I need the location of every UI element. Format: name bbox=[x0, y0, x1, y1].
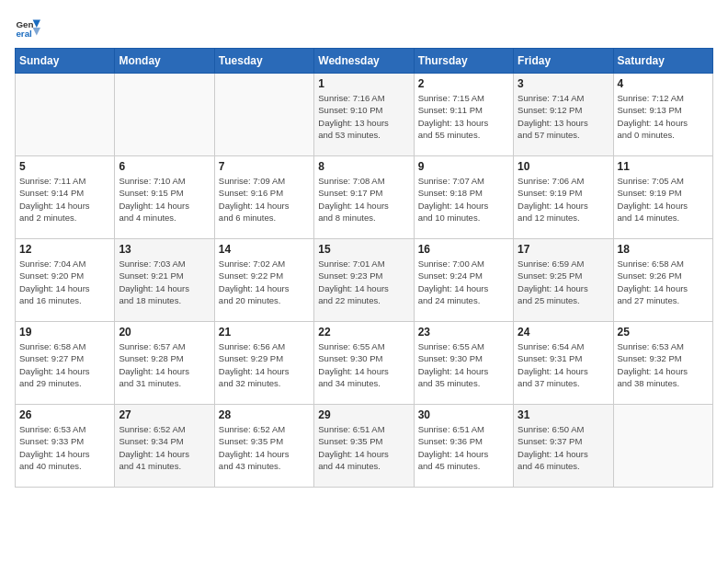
day-info: Sunrise: 6:53 AM Sunset: 9:33 PM Dayligh… bbox=[19, 423, 110, 472]
calendar-cell: 19Sunrise: 6:58 AM Sunset: 9:27 PM Dayli… bbox=[16, 322, 115, 405]
day-number: 27 bbox=[119, 408, 210, 421]
logo-icon: Gen eral bbox=[15, 15, 40, 40]
calendar-cell: 25Sunrise: 6:53 AM Sunset: 9:32 PM Dayli… bbox=[613, 322, 712, 405]
calendar-cell: 22Sunrise: 6:55 AM Sunset: 9:30 PM Dayli… bbox=[314, 322, 414, 405]
day-number: 1 bbox=[318, 77, 409, 90]
day-number: 17 bbox=[518, 243, 609, 256]
day-number: 22 bbox=[318, 326, 409, 339]
calendar-week-row: 5Sunrise: 7:11 AM Sunset: 9:14 PM Daylig… bbox=[16, 156, 713, 239]
calendar-cell: 16Sunrise: 7:00 AM Sunset: 9:24 PM Dayli… bbox=[414, 239, 513, 322]
calendar-cell: 17Sunrise: 6:59 AM Sunset: 9:25 PM Dayli… bbox=[514, 239, 613, 322]
calendar-table: SundayMondayTuesdayWednesdayThursdayFrid… bbox=[15, 48, 713, 488]
calendar-cell: 5Sunrise: 7:11 AM Sunset: 9:14 PM Daylig… bbox=[16, 156, 115, 239]
weekday-header-monday: Monday bbox=[115, 49, 214, 74]
day-number: 25 bbox=[618, 326, 709, 339]
calendar-cell: 11Sunrise: 7:05 AM Sunset: 9:19 PM Dayli… bbox=[613, 156, 712, 239]
weekday-header-friday: Friday bbox=[514, 49, 613, 74]
day-number: 19 bbox=[19, 326, 110, 339]
day-info: Sunrise: 6:51 AM Sunset: 9:36 PM Dayligh… bbox=[418, 423, 509, 472]
day-info: Sunrise: 7:03 AM Sunset: 9:21 PM Dayligh… bbox=[119, 258, 210, 306]
day-info: Sunrise: 7:02 AM Sunset: 9:22 PM Dayligh… bbox=[219, 258, 310, 306]
day-number: 24 bbox=[518, 326, 609, 339]
day-info: Sunrise: 6:52 AM Sunset: 9:34 PM Dayligh… bbox=[119, 423, 210, 472]
day-number: 31 bbox=[518, 408, 609, 421]
day-info: Sunrise: 6:57 AM Sunset: 9:28 PM Dayligh… bbox=[119, 340, 210, 389]
weekday-header-tuesday: Tuesday bbox=[214, 49, 313, 74]
svg-marker-3 bbox=[33, 28, 40, 35]
day-info: Sunrise: 7:04 AM Sunset: 9:20 PM Dayligh… bbox=[19, 258, 110, 306]
day-number: 20 bbox=[119, 326, 210, 339]
day-number: 4 bbox=[618, 77, 709, 90]
day-number: 12 bbox=[19, 243, 110, 256]
day-info: Sunrise: 6:59 AM Sunset: 9:25 PM Dayligh… bbox=[518, 258, 609, 306]
day-number: 30 bbox=[418, 408, 509, 421]
calendar-cell: 7Sunrise: 7:09 AM Sunset: 9:16 PM Daylig… bbox=[214, 156, 313, 239]
day-number: 10 bbox=[518, 160, 609, 173]
day-info: Sunrise: 6:54 AM Sunset: 9:31 PM Dayligh… bbox=[518, 340, 609, 389]
calendar-week-row: 19Sunrise: 6:58 AM Sunset: 9:27 PM Dayli… bbox=[16, 322, 713, 405]
calendar-cell bbox=[214, 74, 313, 156]
calendar-cell: 1Sunrise: 7:16 AM Sunset: 9:10 PM Daylig… bbox=[314, 74, 414, 156]
day-number: 18 bbox=[618, 243, 709, 256]
day-info: Sunrise: 7:15 AM Sunset: 9:11 PM Dayligh… bbox=[418, 92, 509, 141]
day-info: Sunrise: 7:16 AM Sunset: 9:10 PM Dayligh… bbox=[318, 92, 409, 141]
calendar-cell: 6Sunrise: 7:10 AM Sunset: 9:15 PM Daylig… bbox=[115, 156, 214, 239]
day-info: Sunrise: 6:55 AM Sunset: 9:30 PM Dayligh… bbox=[318, 340, 409, 389]
day-info: Sunrise: 7:06 AM Sunset: 9:19 PM Dayligh… bbox=[518, 175, 609, 224]
day-info: Sunrise: 7:11 AM Sunset: 9:14 PM Dayligh… bbox=[19, 175, 110, 224]
weekday-header-row: SundayMondayTuesdayWednesdayThursdayFrid… bbox=[16, 49, 713, 74]
day-info: Sunrise: 7:10 AM Sunset: 9:15 PM Dayligh… bbox=[119, 175, 210, 224]
day-number: 14 bbox=[219, 243, 310, 256]
day-number: 7 bbox=[219, 160, 310, 173]
day-number: 11 bbox=[618, 160, 709, 173]
logo: Gen eral bbox=[15, 15, 44, 40]
day-number: 9 bbox=[418, 160, 509, 173]
calendar-cell: 13Sunrise: 7:03 AM Sunset: 9:21 PM Dayli… bbox=[115, 239, 214, 322]
day-number: 8 bbox=[318, 160, 409, 173]
day-info: Sunrise: 7:07 AM Sunset: 9:18 PM Dayligh… bbox=[418, 175, 509, 224]
calendar-cell: 9Sunrise: 7:07 AM Sunset: 9:18 PM Daylig… bbox=[414, 156, 513, 239]
day-info: Sunrise: 6:50 AM Sunset: 9:37 PM Dayligh… bbox=[518, 423, 609, 472]
calendar-cell: 10Sunrise: 7:06 AM Sunset: 9:19 PM Dayli… bbox=[514, 156, 613, 239]
day-number: 23 bbox=[418, 326, 509, 339]
day-info: Sunrise: 7:09 AM Sunset: 9:16 PM Dayligh… bbox=[219, 175, 310, 224]
day-info: Sunrise: 6:56 AM Sunset: 9:29 PM Dayligh… bbox=[219, 340, 310, 389]
calendar-cell: 27Sunrise: 6:52 AM Sunset: 9:34 PM Dayli… bbox=[115, 405, 214, 488]
day-number: 15 bbox=[318, 243, 409, 256]
calendar-cell: 14Sunrise: 7:02 AM Sunset: 9:22 PM Dayli… bbox=[214, 239, 313, 322]
day-info: Sunrise: 7:05 AM Sunset: 9:19 PM Dayligh… bbox=[618, 175, 709, 224]
day-number: 6 bbox=[119, 160, 210, 173]
day-info: Sunrise: 6:51 AM Sunset: 9:35 PM Dayligh… bbox=[318, 423, 409, 472]
weekday-header-saturday: Saturday bbox=[613, 49, 712, 74]
calendar-cell: 30Sunrise: 6:51 AM Sunset: 9:36 PM Dayli… bbox=[414, 405, 513, 488]
calendar-week-row: 1Sunrise: 7:16 AM Sunset: 9:10 PM Daylig… bbox=[16, 74, 713, 156]
day-info: Sunrise: 7:12 AM Sunset: 9:13 PM Dayligh… bbox=[618, 92, 709, 141]
day-number: 13 bbox=[119, 243, 210, 256]
calendar-cell: 26Sunrise: 6:53 AM Sunset: 9:33 PM Dayli… bbox=[16, 405, 115, 488]
calendar-cell: 2Sunrise: 7:15 AM Sunset: 9:11 PM Daylig… bbox=[414, 74, 513, 156]
day-info: Sunrise: 6:55 AM Sunset: 9:30 PM Dayligh… bbox=[418, 340, 509, 389]
day-info: Sunrise: 7:00 AM Sunset: 9:24 PM Dayligh… bbox=[418, 258, 509, 306]
calendar-cell: 24Sunrise: 6:54 AM Sunset: 9:31 PM Dayli… bbox=[514, 322, 613, 405]
day-info: Sunrise: 7:14 AM Sunset: 9:12 PM Dayligh… bbox=[518, 92, 609, 141]
day-number: 29 bbox=[318, 408, 409, 421]
calendar-cell: 4Sunrise: 7:12 AM Sunset: 9:13 PM Daylig… bbox=[613, 74, 712, 156]
weekday-header-sunday: Sunday bbox=[16, 49, 115, 74]
day-info: Sunrise: 6:53 AM Sunset: 9:32 PM Dayligh… bbox=[618, 340, 709, 389]
day-info: Sunrise: 6:58 AM Sunset: 9:27 PM Dayligh… bbox=[19, 340, 110, 389]
calendar-cell: 29Sunrise: 6:51 AM Sunset: 9:35 PM Dayli… bbox=[314, 405, 414, 488]
calendar-cell: 3Sunrise: 7:14 AM Sunset: 9:12 PM Daylig… bbox=[514, 74, 613, 156]
calendar-cell bbox=[613, 405, 712, 488]
day-info: Sunrise: 6:58 AM Sunset: 9:26 PM Dayligh… bbox=[618, 258, 709, 306]
header: Gen eral bbox=[15, 15, 713, 40]
calendar-week-row: 26Sunrise: 6:53 AM Sunset: 9:33 PM Dayli… bbox=[16, 405, 713, 488]
calendar-cell: 23Sunrise: 6:55 AM Sunset: 9:30 PM Dayli… bbox=[414, 322, 513, 405]
calendar-cell bbox=[115, 74, 214, 156]
day-info: Sunrise: 7:01 AM Sunset: 9:23 PM Dayligh… bbox=[318, 258, 409, 306]
calendar-cell bbox=[16, 74, 115, 156]
day-info: Sunrise: 7:08 AM Sunset: 9:17 PM Dayligh… bbox=[318, 175, 409, 224]
day-number: 2 bbox=[418, 77, 509, 90]
day-number: 16 bbox=[418, 243, 509, 256]
calendar-cell: 18Sunrise: 6:58 AM Sunset: 9:26 PM Dayli… bbox=[613, 239, 712, 322]
calendar-cell: 31Sunrise: 6:50 AM Sunset: 9:37 PM Dayli… bbox=[514, 405, 613, 488]
